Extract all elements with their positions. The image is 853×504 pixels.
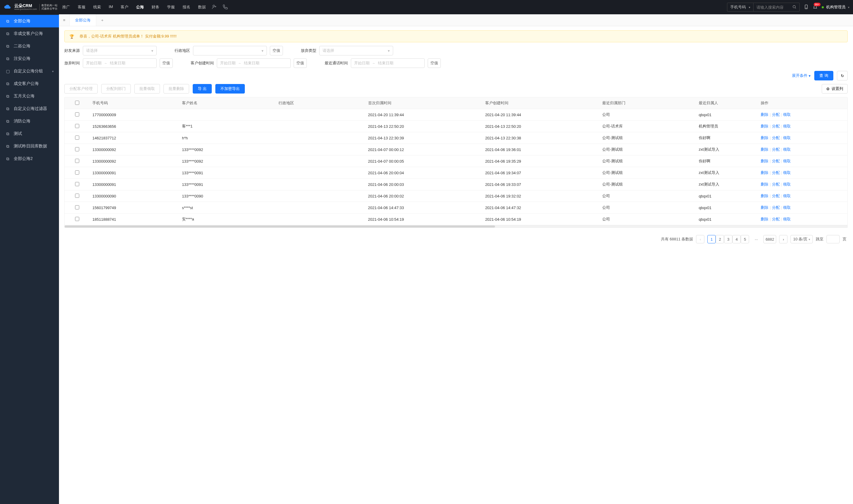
abandon-type-select[interactable]: 请选择▾ [319, 46, 393, 55]
row-delete-link[interactable]: 删除 [761, 124, 768, 128]
page-number[interactable]: 4 [732, 235, 741, 244]
row-assign-link[interactable]: 分配 [772, 159, 780, 163]
sidebar-item[interactable]: ⧉二咨公海 [0, 40, 59, 52]
region-select[interactable]: ▾ [193, 46, 267, 55]
friend-source-select[interactable]: 请选择▾ [83, 46, 157, 55]
row-claim-link[interactable]: 领取 [783, 217, 791, 221]
nav-item-公海[interactable]: 公海 [135, 4, 144, 10]
row-claim-link[interactable]: 领取 [783, 159, 791, 163]
horizontal-scrollbar[interactable] [65, 225, 847, 228]
assign-dept-button[interactable]: 分配到部门 [101, 84, 131, 93]
sidebar-item[interactable]: ▢自定义公海分组▾ [0, 65, 59, 77]
nav-item-学服[interactable]: 学服 [166, 4, 176, 10]
row-assign-link[interactable]: 分配 [772, 194, 780, 198]
tab-add-icon[interactable]: ＋ [96, 18, 108, 23]
refresh-button[interactable]: ↻ [837, 71, 848, 80]
sidebar-item[interactable]: ⧉测试昨日回库数据 [0, 140, 59, 152]
user-menu[interactable]: 机构管理员 ▾ [822, 4, 849, 10]
row-delete-link[interactable]: 删除 [761, 205, 768, 210]
row-assign-link[interactable]: 分配 [772, 147, 780, 151]
phone-icon[interactable] [222, 4, 228, 11]
sidebar-item[interactable]: ⧉全部公海 [0, 15, 59, 28]
row-assign-link[interactable]: 分配 [772, 182, 780, 186]
sidebar-item[interactable]: ⧉全部公海2 [0, 152, 59, 165]
row-claim-link[interactable]: 领取 [783, 124, 791, 128]
page-jump-input[interactable] [827, 235, 840, 244]
page-next[interactable]: › [779, 235, 787, 244]
row-assign-link[interactable]: 分配 [772, 170, 780, 175]
nav-item-IM[interactable]: IM [108, 4, 113, 10]
row-delete-link[interactable]: 删除 [761, 112, 768, 117]
query-button[interactable]: 查 询 [814, 71, 833, 80]
search-type-select[interactable]: 手机号码 [727, 3, 754, 11]
nav-item-线索[interactable]: 线索 [93, 4, 102, 10]
batch-delete-button[interactable]: 批量删除 [164, 84, 189, 93]
batch-claim-button[interactable]: 批量领取 [134, 84, 160, 93]
notification-bell[interactable]: 99+ [813, 4, 818, 10]
expand-filters-link[interactable]: 展开条件▾ [792, 73, 811, 78]
row-checkbox[interactable] [65, 121, 89, 132]
row-assign-link[interactable]: 分配 [772, 136, 780, 140]
tab-active[interactable]: 全部公海 [70, 14, 96, 26]
row-checkbox[interactable] [65, 202, 89, 214]
last-call-range[interactable]: 开始日期~结束日期 [351, 58, 425, 68]
export-button[interactable]: 导 出 [193, 84, 212, 93]
mobile-icon[interactable] [804, 4, 809, 10]
collapse-sidebar-icon[interactable]: ≡ [59, 14, 70, 26]
sidebar-item[interactable]: ⧉测试 [0, 127, 59, 140]
row-assign-link[interactable]: 分配 [772, 217, 780, 221]
row-claim-link[interactable]: 领取 [783, 147, 791, 151]
row-delete-link[interactable]: 删除 [761, 147, 768, 151]
search-input[interactable] [754, 3, 789, 11]
row-checkbox[interactable] [65, 144, 89, 156]
logo[interactable]: 云朵CRM www.yunduocrm.com 教育机构一站式服务云平台 [4, 4, 59, 11]
sidebar-item[interactable]: ⧉非成交客户公海 [0, 28, 59, 40]
row-claim-link[interactable]: 领取 [783, 194, 791, 198]
page-number[interactable]: 5 [741, 235, 749, 244]
row-claim-link[interactable]: 领取 [783, 136, 791, 140]
page-last[interactable]: 6882 [763, 235, 776, 244]
sidebar-item[interactable]: ⧉五月天公海 [0, 90, 59, 103]
row-claim-link[interactable]: 领取 [783, 182, 791, 186]
row-assign-link[interactable]: 分配 [772, 124, 780, 128]
row-delete-link[interactable]: 删除 [761, 136, 768, 140]
abandon-time-null-button[interactable]: 空值 [160, 58, 173, 68]
export-plain-button[interactable]: 不加密导出 [215, 84, 245, 93]
nav-item-客服[interactable]: 客服 [77, 4, 86, 10]
assign-manager-button[interactable]: 分配客户经理 [64, 84, 98, 93]
nav-item-推广[interactable]: 推广 [62, 4, 71, 10]
create-time-null-button[interactable]: 空值 [294, 58, 307, 68]
page-number[interactable]: 1 [707, 235, 716, 244]
row-checkbox[interactable] [65, 179, 89, 190]
row-delete-link[interactable]: 删除 [761, 170, 768, 175]
page-number[interactable]: 2 [716, 235, 724, 244]
column-settings-button[interactable]: ⚙设置列 [822, 84, 848, 93]
row-delete-link[interactable]: 删除 [761, 217, 768, 221]
row-delete-link[interactable]: 删除 [761, 182, 768, 186]
row-delete-link[interactable]: 删除 [761, 194, 768, 198]
nav-item-报名[interactable]: 报名 [182, 4, 191, 10]
page-number[interactable]: 3 [724, 235, 732, 244]
sidebar-item[interactable]: ⧉消防公海 [0, 115, 59, 127]
row-assign-link[interactable]: 分配 [772, 205, 780, 210]
row-claim-link[interactable]: 领取 [783, 170, 791, 175]
row-checkbox[interactable] [65, 214, 89, 225]
abandon-time-range[interactable]: 开始日期~结束日期 [83, 58, 157, 68]
region-null-button[interactable]: 空值 [270, 46, 283, 55]
create-time-range[interactable]: 开始日期~结束日期 [217, 58, 291, 68]
page-size-select[interactable]: 10 条/页 [791, 235, 813, 244]
row-checkbox[interactable] [65, 156, 89, 167]
nav-item-数据[interactable]: 数据 [198, 4, 206, 10]
add-user-icon[interactable] [212, 4, 217, 11]
row-checkbox[interactable] [65, 109, 89, 121]
row-delete-link[interactable]: 删除 [761, 159, 768, 163]
sidebar-item[interactable]: ⧉注安公海 [0, 52, 59, 65]
last-call-null-button[interactable]: 空值 [428, 58, 441, 68]
select-all-checkbox[interactable] [65, 97, 89, 109]
search-icon[interactable] [789, 5, 799, 10]
row-checkbox[interactable] [65, 132, 89, 144]
row-claim-link[interactable]: 领取 [783, 112, 791, 117]
nav-item-财务[interactable]: 财务 [151, 4, 160, 10]
sidebar-item[interactable]: ⧉自定义公海过滤器 [0, 103, 59, 115]
nav-item-客户[interactable]: 客户 [120, 4, 129, 10]
